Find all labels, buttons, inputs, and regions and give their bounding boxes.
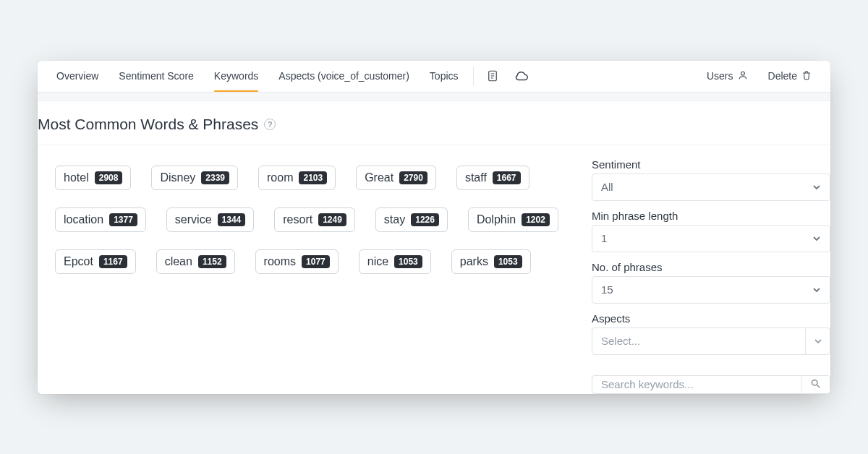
delete-link[interactable]: Delete [758,61,822,92]
filter-aspects: Aspects Select... [592,312,830,355]
keyword-chip[interactable]: staff1667 [456,166,529,190]
user-icon [738,70,748,82]
filter-num-phrases: No. of phrases 15 [592,261,830,304]
tab-label: Overview [56,70,98,82]
trash-icon [801,70,812,82]
keyword-chips: hotel2908Disney2339room2103Great2790staf… [55,166,574,274]
keyword-chip[interactable]: parks1053 [451,249,531,274]
filter-label: No. of phrases [592,261,830,273]
select-value: 1 [601,232,607,244]
keyword-text: rooms [264,255,296,268]
keyword-text: service [175,213,212,226]
keyword-text: Great [365,171,393,184]
search-button[interactable] [801,376,830,393]
chevron-down-icon [812,183,821,192]
tab-overview[interactable]: Overview [46,61,109,92]
keyword-count: 1377 [109,213,137,226]
keyword-count: 1202 [522,213,550,226]
keyword-text: parks [460,255,488,268]
search-input[interactable] [592,376,801,393]
svg-point-5 [812,380,818,385]
keyword-count: 1053 [394,255,422,268]
app-panel: Overview Sentiment Score Keywords Aspect… [38,61,830,394]
keyword-chip[interactable]: Epcot1167 [55,249,136,274]
tab-label: Topics [430,70,459,82]
chevron-down-icon [812,234,821,243]
keyword-text: Dolphin [477,213,516,226]
keyword-count: 1249 [318,213,346,226]
sentiment-select[interactable]: All [592,174,830,201]
tab-divider [473,67,474,86]
keywords-area: hotel2908Disney2339room2103Great2790staf… [38,145,592,394]
keyword-chip[interactable]: nice1053 [359,249,431,274]
filter-label: Sentiment [592,158,830,171]
keyword-count: 1226 [411,213,439,226]
chevron-down-icon [812,286,821,294]
tab-topics[interactable]: Topics [420,61,469,92]
keyword-chip[interactable]: Dolphin1202 [468,207,558,232]
keyword-chip[interactable]: room2103 [258,166,336,190]
keyword-count: 2790 [399,171,427,184]
filter-min-phrase-length: Min phrase length 1 [592,210,830,252]
keyword-text: hotel [64,171,89,184]
keyword-chip[interactable]: Disney2339 [151,166,238,190]
keyword-text: stay [384,213,405,226]
body: hotel2908Disney2339room2103Great2790staf… [38,145,830,394]
keyword-text: staff [465,171,487,184]
keyword-count: 1077 [302,255,330,268]
search-icon [810,378,821,391]
select-placeholder: Select... [601,335,640,347]
keyword-count: 1152 [198,255,226,268]
cloud-icon[interactable] [507,61,536,92]
keyword-chip[interactable]: service1344 [166,207,254,232]
select-value: 15 [601,283,613,296]
tab-label: Sentiment Score [119,70,194,82]
filter-label: Aspects [592,312,830,325]
section-heading: Most Common Words & Phrases ? [38,101,830,145]
notes-icon[interactable] [478,61,507,92]
aspects-select[interactable]: Select... [592,327,830,355]
keyword-text: room [267,171,293,184]
sub-strip [38,93,830,101]
keyword-text: nice [367,255,388,268]
keyword-count: 2339 [201,171,229,184]
keyword-text: location [64,213,103,226]
help-icon[interactable]: ? [264,119,276,130]
users-label: Users [707,70,733,82]
chevron-down-icon [805,328,830,354]
keyword-chip[interactable]: clean1152 [156,249,235,274]
keyword-count: 1344 [218,213,246,226]
keyword-chip[interactable]: location1377 [55,207,146,232]
select-value: All [601,181,613,193]
svg-point-4 [741,72,744,75]
page-title: Most Common Words & Phrases [38,116,258,133]
keyword-text: clean [165,255,192,268]
keyword-count: 1053 [494,255,522,268]
filter-sentiment: Sentiment All [592,158,830,201]
tab-label: Keywords [214,70,258,82]
delete-label: Delete [768,70,797,82]
filter-label: Min phrase length [592,210,830,222]
tabs-left: Overview Sentiment Score Keywords Aspect… [46,61,469,92]
tab-aspects[interactable]: Aspects (voice_of_customer) [268,61,420,92]
keyword-text: Disney [160,171,195,184]
tab-label: Aspects (voice_of_customer) [278,70,409,82]
keyword-chip[interactable]: resort1249 [274,207,355,232]
svg-line-6 [817,385,820,387]
num-phrases-select[interactable]: 15 [592,276,830,304]
keyword-chip[interactable]: hotel2908 [55,166,131,190]
keyword-text: resort [283,213,312,226]
tab-sentiment-score[interactable]: Sentiment Score [109,61,204,92]
keyword-count: 1667 [493,171,521,184]
users-link[interactable]: Users [697,61,758,92]
keyword-count: 1167 [99,255,127,268]
search-row [592,375,830,394]
keyword-chip[interactable]: rooms1077 [255,249,339,274]
tab-keywords[interactable]: Keywords [204,61,268,92]
keyword-chip[interactable]: Great2790 [356,166,436,190]
min-phrase-length-select[interactable]: 1 [592,225,830,252]
keyword-chip[interactable]: stay1226 [375,207,448,232]
keyword-text: Epcot [64,255,93,268]
filter-panel: Sentiment All Min phrase length 1 No. of… [592,145,830,394]
tab-bar: Overview Sentiment Score Keywords Aspect… [38,61,830,93]
